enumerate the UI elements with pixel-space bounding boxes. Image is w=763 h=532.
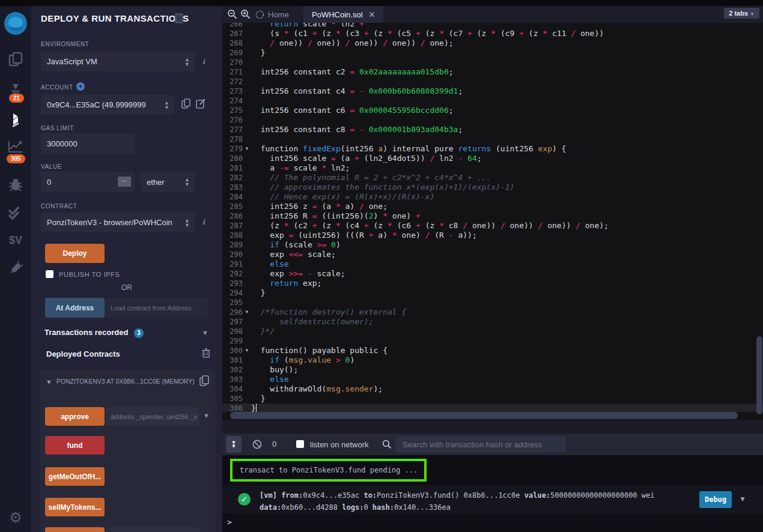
code-line[interactable]: 280 int256 scale = (a + (ln2_64dot5)) / … <box>222 154 763 163</box>
value-unit-select[interactable]: ether ▲▼ <box>141 172 195 192</box>
settings-gear-icon[interactable]: ⚙ <box>0 509 31 526</box>
editor-horizontal-scrollbar[interactable] <box>230 412 738 419</box>
code-line[interactable]: 292 exp >>= - scale; <box>222 269 763 279</box>
plugin-doc-icon[interactable] <box>174 13 184 23</box>
expand-params-chevron-icon[interactable]: ▼ <box>203 412 210 419</box>
file-explorer-icon[interactable] <box>0 52 31 67</box>
fold-arrow-icon[interactable]: ▼ <box>243 346 251 355</box>
add-account-icon[interactable]: + <box>76 82 85 91</box>
debugger-bug-icon[interactable] <box>0 177 31 192</box>
code-line[interactable]: 289 if (scale >= 0) <box>222 240 763 250</box>
publish-ipfs-checkbox[interactable] <box>46 270 53 278</box>
listen-network-checkbox[interactable] <box>296 440 304 448</box>
expand-log-chevron-icon[interactable]: ▼ <box>739 495 746 503</box>
tabs-count-dropdown[interactable]: 2 tabs ▼ <box>724 8 759 19</box>
fold-arrow-icon[interactable]: ▼ <box>243 307 251 317</box>
code-line[interactable]: 267 (s * (c1 + (z * (c3 + (z * (c5 + (z … <box>222 29 763 38</box>
code-line[interactable]: 294 } <box>222 288 763 298</box>
code-line[interactable]: 304 withdrawOld(msg.sender); <box>222 384 763 394</box>
fold-arrow-icon[interactable]: ▼ <box>243 144 251 154</box>
code-line[interactable]: 273 int256 constant c4 = - 0x000b60b6080… <box>222 86 763 96</box>
function-params-input[interactable]: address _spender, uint256 _v <box>106 407 199 426</box>
code-line[interactable]: 272 <box>222 77 763 86</box>
zoom-out-icon[interactable] <box>227 9 237 19</box>
code-line[interactable]: 282 // The polynomial R = 2 + c2*x^2 + c… <box>222 173 763 183</box>
clear-console-icon[interactable] <box>252 440 262 449</box>
code-line[interactable]: 266 return scale * ln2 + <box>222 23 763 29</box>
code-line[interactable]: 269 } <box>222 48 763 58</box>
terminal-prompt[interactable]: > <box>227 518 232 527</box>
code-line[interactable]: 285 int256 z = (a * a) / one; <box>222 202 763 211</box>
code-line[interactable]: 291 else <box>222 259 763 269</box>
code-line[interactable]: 299 <box>222 336 763 346</box>
fund-function-button[interactable]: fund <box>45 436 105 455</box>
code-line[interactable]: 286 int256 R = ((int256)(2) * one) + <box>222 211 763 221</box>
copy-instance-icon[interactable] <box>199 375 209 386</box>
at-address-button[interactable]: At Address <box>45 298 105 318</box>
terminal-collapse-button[interactable]: ▼▼ <box>226 436 242 453</box>
debug-button[interactable]: Debug <box>699 491 732 508</box>
account-select[interactable]: 0x9C4...E35aC (49.9999999 ▲▼ <box>41 95 174 115</box>
code-line[interactable]: 271 int256 constant c2 = 0x02aaaaaaaaa01… <box>222 67 763 77</box>
instance-chevron-icon[interactable]: ▼ <box>46 378 52 385</box>
terminal-drag-handle[interactable] <box>222 420 763 434</box>
contract-select[interactable]: PonziTokenV3 - browser/PoWHCoin ▲▼ <box>41 213 195 232</box>
deploy-run-icon[interactable] <box>0 112 31 127</box>
code-line[interactable]: 274 <box>222 96 763 106</box>
code-line[interactable]: 270 <box>222 58 763 67</box>
transfer-function-button[interactable]: transfer <box>45 527 105 532</box>
getMeOutOfH-function-button[interactable]: getMeOutOfH... <box>45 467 105 486</box>
transaction-log-row[interactable]: ✓ [vm] from:0x9c4...e35ac to:PonziTokenV… <box>222 485 763 514</box>
code-line[interactable]: 281 a -= scale * ln2; <box>222 163 763 173</box>
clear-instances-trash-icon[interactable] <box>202 348 210 358</box>
code-line[interactable]: 298 }*/ <box>222 327 763 336</box>
code-line[interactable]: 275 int256 constant c6 = 0x0000455956bcc… <box>222 106 763 115</box>
code-line[interactable]: 296▼ /*function destroy() external { <box>222 307 763 317</box>
sign-message-icon[interactable] <box>196 98 206 109</box>
code-line[interactable]: 300▼ function() payable public { <box>222 346 763 355</box>
code-line[interactable]: 276 <box>222 115 763 125</box>
code-line[interactable]: 284 // Hence exp(x) = (R(x)+x)/(R(x)-x) <box>222 192 763 202</box>
code-line[interactable]: 288 exp = (uint256) (((R + a) * one) / (… <box>222 231 763 240</box>
analytics-icon[interactable] <box>0 139 31 154</box>
code-line[interactable]: 297 selfdestruct(owner); <box>222 317 763 327</box>
deploy-button[interactable]: Deploy <box>45 244 105 263</box>
terminal-search-input[interactable] <box>395 436 566 453</box>
code-line[interactable]: 277 int256 constant c8 = - 0x000001b893a… <box>222 125 763 135</box>
sellMyTokens-function-button[interactable]: sellMyTokens... <box>45 498 105 516</box>
copy-account-icon[interactable] <box>181 98 190 109</box>
editor-vertical-scrollbar[interactable] <box>756 336 762 414</box>
static-analysis-icon[interactable] <box>0 205 31 221</box>
code-viewport[interactable]: 266 return scale * ln2 +267 (s * (c1 + (… <box>222 23 763 412</box>
tab-powhcoin[interactable]: PoWHCoin.sol ✕ <box>303 6 383 23</box>
code-line[interactable]: 279▼ function fixedExp(int256 a) interna… <box>222 144 763 154</box>
code-line[interactable]: 283 // approximates the function x*(exp(… <box>222 183 763 192</box>
code-line[interactable]: 306} <box>222 404 763 412</box>
code-line[interactable]: 278 <box>222 135 763 144</box>
tab-home[interactable]: Home <box>251 6 294 23</box>
code-line[interactable]: 293 return exp; <box>222 279 763 288</box>
zoom-in-icon[interactable] <box>240 9 251 19</box>
code-line[interactable]: 305 } <box>222 394 763 404</box>
value-ellipsis-icon[interactable]: ⋯ <box>118 177 131 187</box>
contract-info-icon[interactable]: i <box>203 217 211 226</box>
function-params-input[interactable]: address _to, uint256 _value <box>106 527 199 532</box>
plugin-manager-icon[interactable] <box>0 261 31 276</box>
code-line[interactable]: 303 else <box>222 375 763 384</box>
code-line[interactable]: 295 <box>222 298 763 307</box>
code-line[interactable]: 302 buy(); <box>222 365 763 375</box>
code-line[interactable]: 301 if (msg.value > 0) <box>222 355 763 365</box>
at-address-input[interactable]: Load contract from Address <box>105 298 207 318</box>
gas-limit-input[interactable]: 3000000 <box>41 133 135 154</box>
approve-function-button[interactable]: approve <box>45 407 105 426</box>
sourcify-verifier-icon[interactable]: $V <box>0 234 31 247</box>
code-line[interactable]: 290 exp <<= scale; <box>222 250 763 259</box>
transactions-chevron-icon[interactable]: ▼ <box>202 329 208 336</box>
code-line[interactable]: 268 / one)) / one)) / one)) / one)) / on… <box>222 38 763 48</box>
code-editor[interactable]: Home PoWHCoin.sol ✕ 2 tabs ▼ 266 return … <box>222 6 763 420</box>
value-input[interactable]: 0 ⋯ <box>41 172 135 192</box>
environment-select[interactable]: JavaScript VM ▲▼ <box>41 52 195 71</box>
environment-info-icon[interactable]: i <box>203 57 211 65</box>
remix-logo-icon[interactable] <box>4 12 27 35</box>
tab-close-icon[interactable]: ✕ <box>369 10 375 19</box>
